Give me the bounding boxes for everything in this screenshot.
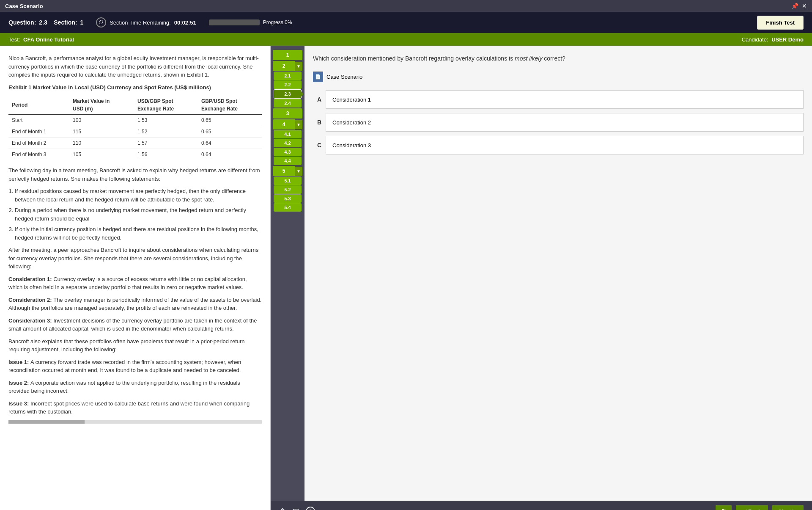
table-cell: 0.65 — [198, 115, 262, 126]
issue-label: Issue 1: — [8, 359, 30, 365]
table-cell: 0.64 — [198, 138, 262, 149]
table-cell: 110 — [69, 138, 134, 149]
table-header-period: Period — [8, 96, 69, 115]
progress-bar — [209, 19, 260, 25]
option-box-b[interactable]: Consideration 2 — [326, 113, 804, 132]
nav-child-5-4[interactable]: 5.4 — [274, 203, 302, 212]
issues-container: Issue 1: A currency forward trade was re… — [8, 358, 262, 416]
nav-parent-arrow-5[interactable]: ▼ — [295, 167, 302, 176]
issue-block: Issue 3: Incorrect spot prices were used… — [8, 400, 262, 416]
statement-item: During a period when there is no underly… — [15, 206, 262, 223]
nav-parent-2[interactable]: 2 — [273, 61, 295, 71]
issue-block: Issue 1: A currency forward trade was re… — [8, 358, 262, 375]
answer-option-b[interactable]: BConsideration 2 — [313, 113, 804, 132]
statement-item: If residual positions caused by market m… — [15, 187, 262, 204]
question-text: Which consideration mentioned by Bancrof… — [313, 54, 804, 63]
option-letter-a: A — [313, 90, 326, 109]
pin-icon[interactable]: 📌 — [791, 3, 798, 9]
issue-block: Issue 2: A corporate action was not appl… — [8, 379, 262, 395]
timer-icon: ⏱ — [96, 17, 106, 28]
option-letter-b: B — [313, 113, 326, 132]
nav-group-5: 5▼5.15.25.35.4 — [273, 166, 302, 212]
table-header-mv: Market Value inUSD (m) — [69, 96, 134, 115]
timer-label: Section Time Remaining: — [110, 19, 171, 26]
data-table: Period Market Value inUSD (m) USD/GBP Sp… — [8, 96, 262, 160]
bancroft-also-text: Bancroft also explains that these portfo… — [8, 337, 262, 354]
flag-button[interactable]: ⚑ — [716, 505, 732, 510]
nav-child-4-3[interactable]: 4.3 — [274, 148, 302, 156]
timer-value: 00:02:51 — [174, 19, 196, 26]
answer-option-c[interactable]: CConsideration 3 — [313, 136, 804, 154]
considerations-container: Consideration 1: Currency overlay is a s… — [8, 275, 262, 333]
table-cell: 1.53 — [134, 115, 198, 126]
exhibit-title: Exhibit 1 Market Value in Local (USD) Cu… — [8, 83, 262, 92]
issue-label: Issue 3: — [8, 400, 30, 407]
consideration-block: Consideration 3: Investment decisions of… — [8, 317, 262, 333]
nav-child-2-3[interactable]: 2.3 — [274, 89, 302, 99]
finish-test-button[interactable]: Finish Test — [757, 16, 804, 30]
table-cell: End of Month 2 — [8, 138, 69, 149]
consideration-block: Consideration 1: Currency overlay is a s… — [8, 275, 262, 292]
back-button[interactable]: ◀ Back — [736, 505, 768, 510]
left-panel: Nicola Bancroft, a performance analyst f… — [0, 46, 271, 510]
nav-child-2-4[interactable]: 2.4 — [274, 99, 302, 108]
table-cell: 1.56 — [134, 149, 198, 160]
table-cell: 115 — [69, 126, 134, 138]
nav-item-3[interactable]: 3 — [273, 108, 302, 119]
nav-child-2-2[interactable]: 2.2 — [274, 80, 302, 89]
nav-group-3: 3 — [273, 108, 302, 119]
progress-label: Progress 0% — [263, 19, 292, 25]
grid-icon[interactable]: ⊞ — [292, 506, 299, 510]
scrollbar[interactable] — [8, 420, 262, 424]
consideration-label: Consideration 3: — [8, 317, 53, 324]
candidate-label: Candidate: — [742, 36, 768, 43]
question-label: Question: — [8, 19, 36, 26]
help-icon[interactable]: ? — [306, 507, 315, 510]
after-meeting-text: After the meeting, a peer approaches Ban… — [8, 246, 262, 271]
nav-child-4-4[interactable]: 4.4 — [274, 157, 302, 165]
table-header-usdgbp: USD/GBP SpotExchange Rate — [134, 96, 198, 115]
nav-parent-5[interactable]: 5 — [273, 166, 295, 176]
doc-icon: 📄 — [313, 72, 323, 82]
candidate-name: USER Demo — [771, 36, 804, 43]
answer-option-a[interactable]: AConsideration 1 — [313, 90, 804, 109]
table-cell: 105 — [69, 149, 134, 160]
bottom-toolbar: ⚙ ⊞ ? ⚑ ◀ Back Next ▶ — [271, 501, 812, 510]
close-icon[interactable]: ✕ — [802, 3, 807, 9]
nav-child-5-2[interactable]: 5.2 — [274, 185, 302, 194]
nav-parent-arrow-4[interactable]: ▼ — [295, 120, 302, 129]
nav-parent-4[interactable]: 4 — [273, 119, 295, 130]
nav-child-5-3[interactable]: 5.3 — [274, 194, 302, 203]
statements-list: If residual positions caused by market m… — [8, 187, 262, 242]
scrollbar-thumb[interactable] — [8, 420, 85, 424]
nav-child-5-1[interactable]: 5.1 — [274, 176, 302, 185]
nav-group-4: 4▼4.14.24.34.4 — [273, 119, 302, 165]
question-nav: 12▼2.12.22.32.434▼4.14.24.34.45▼5.15.25.… — [271, 46, 304, 510]
table-cell: Start — [8, 115, 69, 126]
nav-group-2: 2▼2.12.22.32.4 — [273, 61, 302, 108]
section-number: 1 — [80, 19, 83, 26]
nav-child-4-2[interactable]: 4.2 — [274, 139, 302, 147]
intro-text: Nicola Bancroft, a performance analyst f… — [8, 54, 262, 79]
statement-item: If only the initial currency position is… — [15, 225, 262, 242]
case-ref-label: Case Scenario — [326, 74, 362, 80]
consideration-block: Consideration 2: The overlay manager is … — [8, 296, 262, 312]
table-cell: 0.64 — [198, 149, 262, 160]
window-title: Case Scenario — [5, 3, 43, 9]
table-cell: End of Month 1 — [8, 126, 69, 138]
test-label: Test: — [8, 36, 20, 43]
table-cell: 1.57 — [134, 138, 198, 149]
table-cell: 100 — [69, 115, 134, 126]
issue-label: Issue 2: — [8, 380, 30, 386]
nav-child-4-1[interactable]: 4.1 — [274, 130, 302, 138]
option-box-a[interactable]: Consideration 1 — [326, 90, 804, 109]
nav-child-2-1[interactable]: 2.1 — [274, 72, 302, 80]
table-cell: End of Month 3 — [8, 149, 69, 160]
gear-icon[interactable]: ⚙ — [279, 507, 286, 510]
option-box-c[interactable]: Consideration 3 — [326, 136, 804, 154]
nav-parent-arrow-2[interactable]: ▼ — [295, 62, 302, 71]
next-button[interactable]: Next ▶ — [772, 505, 804, 510]
nav-item-1[interactable]: 1 — [273, 50, 302, 60]
consideration-label: Consideration 1: — [8, 276, 53, 282]
case-scenario-ref[interactable]: 📄 Case Scenario — [313, 72, 804, 82]
